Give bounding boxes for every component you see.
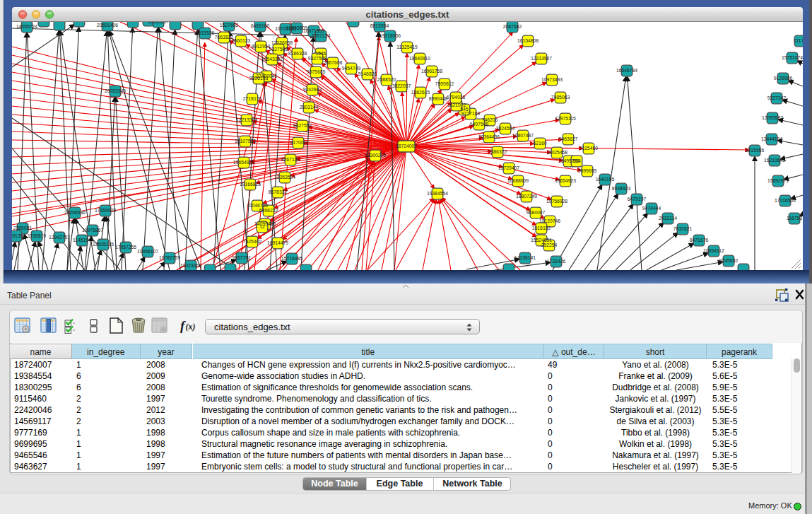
svg-text:16914479: 16914479	[267, 240, 288, 245]
svg-text:9245652: 9245652	[719, 258, 739, 263]
svg-text:1640195: 1640195	[596, 177, 615, 182]
svg-text:6794028: 6794028	[447, 95, 466, 100]
svg-text:18640910: 18640910	[409, 56, 430, 61]
svg-text:804: 804	[572, 158, 581, 163]
svg-text:17957255: 17957255	[115, 245, 136, 250]
svg-text:9115460: 9115460	[579, 146, 598, 151]
svg-text:14136141: 14136141	[514, 255, 536, 260]
svg-text:17359928: 17359928	[95, 208, 116, 213]
svg-text:8912954: 8912954	[252, 44, 271, 49]
svg-text:16543382: 16543382	[261, 57, 283, 62]
svg-text:16154808: 16154808	[517, 38, 539, 43]
svg-text:16782759: 16782759	[159, 255, 180, 260]
svg-text:8678332: 8678332	[269, 189, 288, 194]
svg-text:917006: 917006	[290, 140, 307, 145]
svg-text:10025458: 10025458	[546, 150, 567, 155]
svg-text:7485063: 7485063	[551, 95, 570, 100]
svg-text:12353594: 12353594	[274, 175, 295, 180]
svg-text:10120746: 10120746	[539, 218, 560, 223]
svg-text:9129966: 9129966	[774, 76, 793, 81]
svg-text:20206536: 20206536	[64, 210, 86, 215]
svg-text:3822037: 3822037	[392, 83, 411, 88]
svg-text:14055724: 14055724	[16, 24, 37, 29]
svg-text:9777169: 9777169	[461, 111, 481, 116]
svg-text:12226058: 12226058	[271, 40, 293, 45]
svg-text:1156819: 1156819	[28, 233, 46, 238]
svg-text:12975115: 12975115	[555, 116, 576, 121]
svg-text:39139: 39139	[12, 233, 23, 238]
svg-text:1527602: 1527602	[220, 23, 239, 28]
svg-text:19218506: 19218506	[379, 33, 401, 38]
svg-text:9857791: 9857791	[233, 255, 252, 260]
svg-text:8215955: 8215955	[746, 148, 765, 153]
svg-text:6466160: 6466160	[251, 23, 270, 28]
svg-text:10973493: 10973493	[541, 77, 563, 82]
svg-text:15524851: 15524851	[531, 238, 552, 243]
svg-text:1362615: 1362615	[411, 90, 430, 95]
svg-text:8267130: 8267130	[281, 157, 300, 162]
svg-text:10653809: 10653809	[286, 25, 307, 30]
svg-text:14099489: 14099489	[254, 221, 276, 226]
svg-text:2718176: 2718176	[243, 96, 262, 101]
svg-text:15692971: 15692971	[767, 178, 789, 183]
svg-text:2087682: 2087682	[503, 24, 522, 29]
svg-text:18724007: 18724007	[396, 144, 417, 148]
svg-text:7386372: 7386372	[488, 149, 507, 154]
svg-text:15716485: 15716485	[281, 256, 302, 261]
svg-text:12093582: 12093582	[762, 115, 783, 120]
svg-text:20053346: 20053346	[105, 88, 126, 93]
svg-text:8660123: 8660123	[232, 38, 251, 43]
svg-text:9327503: 9327503	[269, 47, 288, 52]
svg-text:12444194: 12444194	[761, 136, 782, 141]
svg-text:16648784: 16648784	[616, 68, 637, 73]
svg-text:10654112: 10654112	[703, 248, 724, 253]
svg-text:9146821: 9146821	[358, 71, 377, 76]
svg-text:16961758: 16961758	[421, 69, 442, 74]
svg-text:8471676: 8471676	[690, 238, 709, 243]
svg-text:9454749: 9454749	[342, 66, 361, 71]
svg-text:1733426: 1733426	[547, 259, 566, 264]
svg-text:7515526: 7515526	[196, 30, 215, 35]
svg-text:7632621: 7632621	[673, 226, 693, 231]
svg-text:1546: 1546	[315, 51, 326, 56]
svg-text:10046766: 10046766	[247, 203, 268, 208]
svg-text:12213369: 12213369	[236, 117, 257, 122]
svg-text:9227342: 9227342	[767, 95, 787, 100]
svg-text:16210643: 16210643	[764, 158, 785, 163]
svg-text:20691406: 20691406	[97, 23, 118, 28]
svg-text:19384554: 19384554	[427, 191, 448, 196]
svg-text:12: 12	[259, 224, 265, 229]
svg-text:2933114: 2933114	[659, 216, 677, 221]
svg-text:8938923: 8938923	[612, 186, 631, 191]
svg-text:7663822: 7663822	[215, 35, 234, 40]
svg-text:18300295: 18300295	[365, 153, 386, 158]
svg-text:8427552: 8427552	[293, 123, 312, 128]
svg-text:11325419: 11325419	[396, 45, 418, 49]
svg-text:2867608: 2867608	[324, 60, 343, 65]
svg-text:2385081: 2385081	[13, 226, 33, 230]
svg-text:8813054: 8813054	[370, 23, 389, 28]
svg-text:(x): (x)	[186, 322, 196, 332]
svg-text:62160: 62160	[534, 141, 547, 146]
svg-text:10958107: 10958107	[137, 249, 158, 254]
svg-text:20364436: 20364436	[478, 134, 500, 139]
svg-text:10653267: 10653267	[148, 22, 169, 24]
svg-text:545: 545	[460, 107, 469, 112]
svg-text:10688609: 10688609	[507, 178, 529, 183]
svg-text:6497568: 6497568	[470, 122, 489, 127]
svg-text:6479197: 6479197	[628, 197, 647, 201]
svg-text:9474444: 9474444	[642, 206, 661, 211]
svg-text:8990448: 8990448	[429, 96, 448, 101]
svg-text:2803144: 2803144	[300, 105, 319, 110]
svg-text:17016504: 17016504	[775, 198, 796, 203]
svg-text:9896103: 9896103	[249, 76, 269, 81]
svg-text:15751074: 15751074	[782, 55, 803, 60]
svg-text:5498222: 5498222	[259, 208, 278, 213]
svg-text:1621072: 1621072	[447, 103, 466, 107]
svg-text:9699695: 9699695	[578, 168, 597, 173]
svg-text:7357224: 7357224	[312, 33, 331, 38]
svg-text:9375685: 9375685	[307, 69, 326, 74]
svg-text:9242843: 9242843	[303, 87, 322, 92]
svg-text:10323468: 10323468	[180, 263, 201, 268]
svg-text:19654923: 19654923	[555, 178, 576, 183]
